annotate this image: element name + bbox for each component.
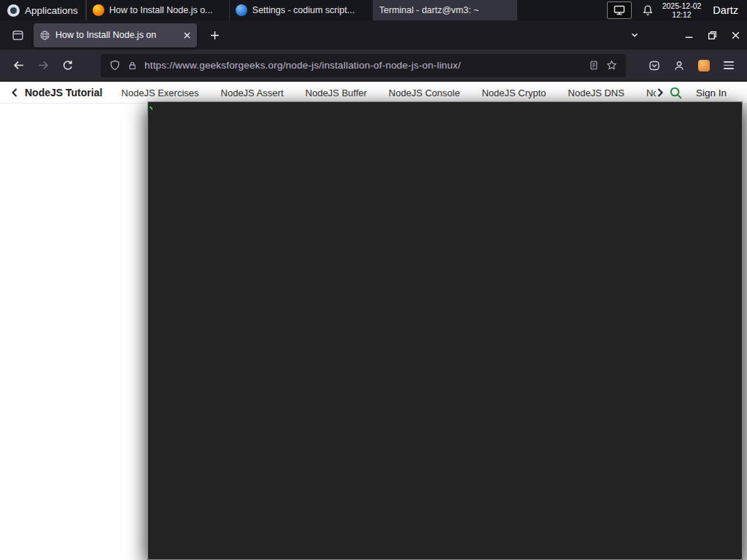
chevron-left-icon[interactable] [10,88,19,98]
applications-icon [7,4,20,17]
window-minimize-button[interactable] [677,20,700,50]
browser-tab[interactable]: How to Install Node.js on [34,23,197,47]
navigation-toolbar: https://www.geeksforgeeks.org/node-js/in… [0,50,747,82]
taskbar-window-button[interactable]: Terminal - dartz@vm3: ~ [374,0,517,20]
tracking-shield-icon[interactable] [109,60,120,71]
desktop: Applications How to Install Node.js o...… [0,0,747,560]
site-nav-link[interactable]: NodeJS Exercises [121,88,198,98]
window-restore-button[interactable] [700,20,724,50]
site-nav-link[interactable]: NodeJS Crypto [481,88,546,98]
clock-time: 12:12 [662,10,702,19]
site-nav-links: NodeJS ExercisesNodeJS AssertNodeJS Buff… [121,88,656,98]
taskbar-window-button[interactable]: Settings - codium script... [230,0,374,20]
firefox-icon [93,4,104,16]
window-close-button[interactable] [724,20,747,50]
tray-display-icon[interactable] [607,1,632,19]
forward-button[interactable] [31,53,55,78]
url-bar[interactable]: https://www.geeksforgeeks.org/node-js/in… [101,54,626,77]
clock[interactable]: 2025-12-02 12:12 [662,1,702,19]
search-icon[interactable] [669,86,683,100]
taskbar: Applications How to Install Node.js o...… [0,0,747,20]
user-label: Dartz [713,4,738,16]
taskbar-windows: How to Install Node.js o...Settings - co… [86,0,517,20]
sign-in-button[interactable]: Sign In [696,88,727,98]
account-icon[interactable] [667,53,692,78]
site-nav-link[interactable]: NodeJS DNS [568,88,624,98]
tab-close-icon[interactable] [183,31,191,39]
site-nav-link[interactable]: NodeJS Buffer [306,88,367,98]
taskbar-window-title: Terminal - dartz@vm3: ~ [379,5,479,15]
firefox-view-button[interactable] [7,25,28,45]
menu-icon[interactable] [716,53,741,78]
site-nav-link[interactable]: Node [646,88,656,98]
site-nav-link[interactable]: NodeJS Assert [221,88,284,98]
notifications-bell-icon[interactable] [642,4,654,16]
reader-mode-icon[interactable] [589,60,599,71]
applications-menu-button[interactable]: Applications [0,0,85,20]
tab-bar: How to Install Node.js on [0,20,747,50]
taskbar-window-title: Settings - codium script... [252,5,355,15]
pocket-icon[interactable] [642,53,667,78]
taskbar-window-title: How to Install Node.js o... [109,5,213,15]
tab-title: How to Install Node.js on [55,30,178,40]
globe-icon [39,30,50,41]
taskbar-window-button[interactable]: How to Install Node.js o... [86,0,230,20]
reload-button[interactable] [55,53,80,78]
extension-icon[interactable] [692,53,716,78]
new-tab-button[interactable] [204,25,225,45]
bookmark-star-icon[interactable] [606,60,617,71]
list-tabs-chevron-icon[interactable] [623,20,646,50]
site-nav-link[interactable]: NodeJS Console [389,88,460,98]
applications-label: Applications [25,5,78,16]
url-text: https://www.geeksforgeeks.org/node-js/in… [144,60,581,71]
site-header: NodeJS Tutorial NodeJS ExercisesNodeJS A… [0,82,747,104]
codium-icon [236,4,247,16]
clock-date: 2025-12-02 [662,1,702,10]
lock-icon[interactable] [128,61,137,71]
page-scrollbar[interactable] [742,104,747,560]
site-nav-active[interactable]: NodeJS Tutorial [25,87,102,98]
chevron-right-icon[interactable] [656,88,665,98]
back-button[interactable] [6,53,31,78]
